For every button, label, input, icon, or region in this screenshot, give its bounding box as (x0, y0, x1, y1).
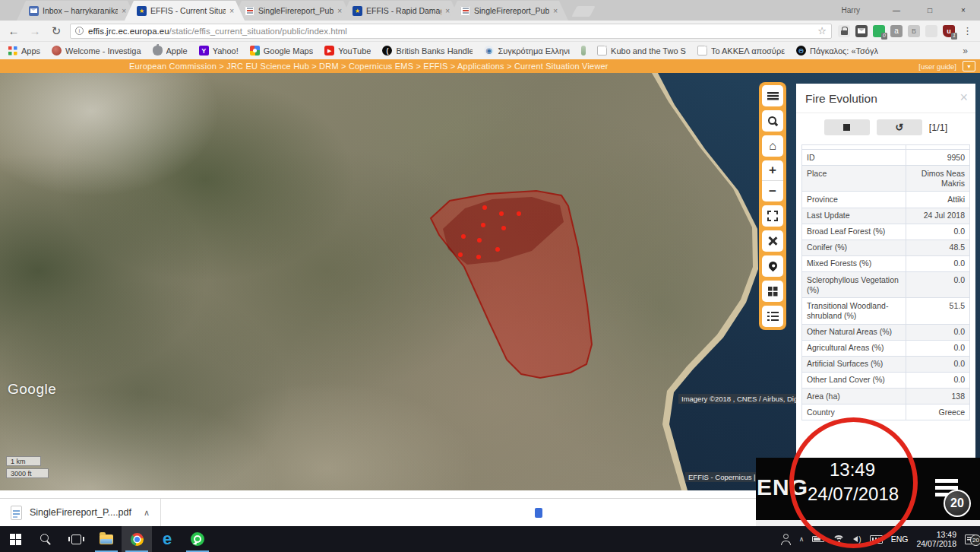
notification-count-badge: 20 (970, 535, 980, 546)
bookmark-star-icon[interactable]: ☆ (817, 25, 827, 36)
extension-icon[interactable] (908, 25, 920, 37)
attribute-value: 0.0 (906, 324, 970, 340)
center-map-button[interactable] (762, 230, 783, 252)
browser-tab[interactable]: EFFIS - Rapid Damage As × (340, 1, 460, 21)
bookmark-label: Welcome - Investiga (65, 46, 141, 56)
replay-icon: ↺ (895, 122, 903, 133)
bookmark-favicon (484, 46, 494, 56)
attribute-label: Mixed Forests (%) (802, 255, 906, 271)
tray-overflow-chevron-icon[interactable]: ∧ (799, 535, 805, 543)
zoom-in-button[interactable]: + (762, 160, 783, 181)
replay-button[interactable]: ↺ (877, 119, 922, 135)
extension-icon[interactable] (838, 25, 850, 37)
basemap-button[interactable] (762, 281, 783, 302)
home-button[interactable]: ⌂ (762, 135, 783, 157)
bookmark-item[interactable]: British Banks Handle (382, 46, 473, 56)
bookmark-item[interactable]: Kubo and the Two S (597, 46, 686, 56)
zoom-out-button[interactable]: − (762, 181, 783, 201)
language-indicator[interactable]: ENG (891, 535, 909, 544)
reload-icon[interactable]: ↻ (49, 24, 64, 38)
extension-icon[interactable]: 1 (943, 25, 955, 37)
browser-tab[interactable]: EFFIS - Current Situation × (125, 1, 245, 21)
file-menu-caret-icon[interactable]: ∧ (144, 508, 150, 518)
fullscreen-button[interactable] (762, 205, 783, 227)
minimize-icon[interactable]: — (880, 6, 913, 14)
tab-close-icon[interactable]: × (445, 7, 450, 15)
chrome-menu-icon[interactable]: ⋮ (961, 25, 974, 36)
user-guide-link[interactable]: [user guide] (918, 62, 956, 71)
browser-tab[interactable]: SingleFirereport_Public-9 × (232, 1, 352, 21)
chrome-icon (131, 533, 144, 546)
attribute-label: Conifer (%) (802, 240, 906, 255)
basemap-grid-icon (768, 287, 778, 297)
bookmark-item[interactable]: YouTube (324, 46, 371, 56)
page-info-icon[interactable]: i (75, 27, 84, 35)
edge-button[interactable]: e (152, 526, 182, 552)
tab-label: SingleFirereport_Public-9 (474, 6, 549, 15)
bookmarks-overflow-icon[interactable]: » (963, 46, 972, 56)
extension-icon[interactable] (890, 25, 903, 37)
map-toolbar: ⌂ + − (759, 82, 786, 330)
search-button[interactable] (762, 110, 783, 132)
google-logo: Google (8, 381, 56, 398)
people-icon[interactable] (780, 534, 791, 545)
search-icon (767, 116, 778, 126)
bookmark-item[interactable]: Το ΑΚΚΕΛ αποσύρε (697, 46, 785, 56)
task-view-button[interactable] (61, 526, 91, 552)
attribute-label: Place (802, 166, 906, 192)
layers-button[interactable] (762, 306, 783, 327)
extension-icon[interactable] (925, 25, 937, 37)
bookmark-item[interactable]: Συγκρότημα Ελληνι (484, 46, 570, 56)
maximize-icon[interactable]: □ (913, 6, 947, 14)
bookmark-item[interactable]: Google Maps (250, 46, 313, 56)
new-tab-button[interactable] (571, 6, 595, 17)
collapse-bar-button[interactable]: ▼ (963, 61, 975, 71)
fire-evolution-panel: Fire Evolution × ↺ [1/1] ID 9950 Place D… (796, 84, 975, 459)
table-row: Artificial Surfaces (%) 0.0 (802, 356, 970, 372)
downloaded-file-item[interactable]: SingleFirereport_P....pdf ∧ (0, 499, 161, 526)
bookmark-item[interactable]: Welcome - Investiga (52, 46, 141, 56)
back-icon[interactable]: ← (6, 24, 21, 37)
tab-close-icon[interactable]: × (337, 7, 342, 15)
tab-close-icon[interactable]: × (229, 7, 234, 15)
close-icon[interactable]: × (947, 6, 980, 14)
extension-icon[interactable] (855, 25, 868, 37)
url-bar[interactable]: i effis.jrc.ec.europa.eu/static/effis_cu… (70, 24, 832, 39)
bookmark-item[interactable]: Yahoo! (199, 46, 239, 56)
extension-icon[interactable]: 0 (873, 25, 885, 37)
fire-attributes-table: ID 9950 Place Dimos Neas Makris Province… (801, 144, 970, 420)
task-view-icon (71, 535, 81, 544)
browser-tab[interactable]: SingleFirereport_Public-9 × (448, 1, 568, 21)
notification-center-icon[interactable]: 20 (965, 535, 976, 544)
bookmark-label: Apps (21, 46, 40, 56)
fullscreen-icon (767, 211, 778, 221)
breadcrumb[interactable]: European Commission > JRC EU Science Hub… (0, 62, 609, 71)
menu-button[interactable] (762, 85, 783, 106)
stop-button[interactable] (824, 119, 870, 135)
bookmark-item[interactable]: Apps (8, 46, 40, 56)
browser-tab[interactable]: Inbox – harrykaranikas@ × (17, 1, 137, 21)
tab-close-icon[interactable]: × (553, 7, 558, 15)
bookmark-item[interactable]: Πάγκαλος: «Τσόγλ (796, 46, 878, 56)
locate-button[interactable] (762, 255, 783, 277)
panel-close-icon[interactable]: × (959, 90, 968, 104)
start-button[interactable] (0, 526, 30, 552)
folder-icon (100, 535, 113, 544)
attribute-value: 0.0 (906, 224, 970, 240)
whatsapp-button[interactable] (182, 526, 213, 552)
extension-badge: 0 (881, 33, 887, 40)
table-row: Agricultural Areas (%) 0.0 (802, 340, 970, 356)
url-text[interactable]: effis.jrc.ec.europa.eu/static/effis_curr… (88, 27, 813, 36)
table-row: Other Land Cover (%) 0.0 (802, 372, 970, 388)
tab-close-icon[interactable]: × (122, 7, 126, 15)
red-annotation-circle (789, 417, 918, 548)
bookmark-item[interactable]: Apple (153, 46, 188, 56)
taskbar-search-button[interactable] (30, 526, 61, 552)
taskbar-clock[interactable]: 13:49 24/07/2018 (916, 530, 956, 548)
file-explorer-button[interactable] (91, 526, 122, 552)
chrome-button[interactable] (122, 526, 152, 552)
bookmark-item[interactable] (581, 46, 586, 56)
attribute-value: 48.5 (906, 240, 970, 255)
table-row: Transitional Woodland-shrubland (%) 51.5 (802, 298, 970, 324)
browser-profile-name[interactable]: Harry (842, 6, 860, 14)
